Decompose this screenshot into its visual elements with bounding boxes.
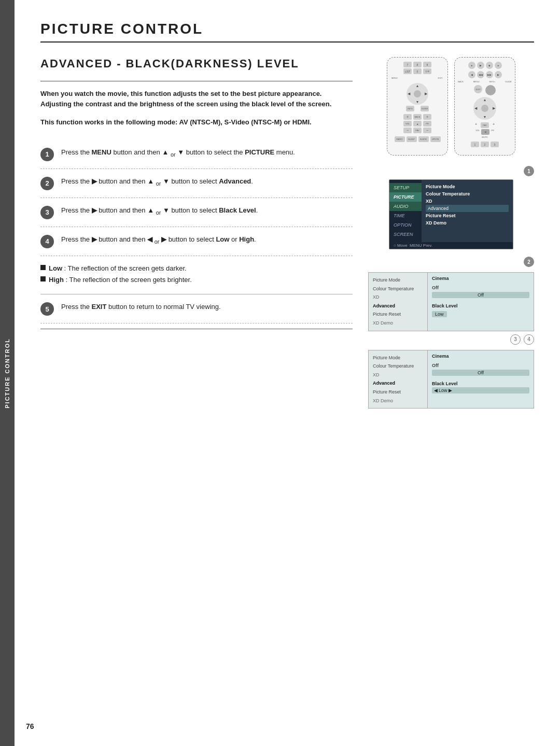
right-column: 7 8 9 LIST 0 Q.M MENU EXIT: [368, 57, 534, 412]
step-text-4: Press the ▶ button and then ◀ or ▶ butto…: [61, 234, 256, 246]
submenu-right-2-cinema-label: Cinema: [432, 276, 529, 281]
submenu-left-2: Picture Mode Colour Temperature XD Advan…: [368, 272, 428, 331]
remote2-btn-3: ■: [486, 62, 493, 69]
step-5: 5 Press the EXIT button to return to nor…: [40, 294, 353, 323]
submenu-right-34-cinema-label: Cinema: [432, 354, 529, 359]
step-circle-2: 2: [524, 257, 534, 267]
submenu-right-2-blacklevel-label: Black Level: [432, 303, 529, 308]
menu-right-picture-mode: Picture Mode: [426, 183, 509, 190]
sidebar-label: PICTURE CONTROL: [4, 338, 10, 409]
remote-btn-0: 0: [413, 68, 422, 74]
remote-btn-9: 9: [423, 62, 431, 67]
remote-btn-vol: VOL: [403, 121, 412, 126]
bullet-square-icon: [40, 265, 46, 270]
bullet-high: High : The reflection of the screen gets…: [40, 275, 353, 286]
remote2-btn-1: ●: [468, 62, 475, 69]
nav-left-arrow: ◀: [434, 388, 438, 393]
step-2: 2 Press the ▶ button and then ▲ or ▼ but…: [40, 169, 353, 198]
remote2-mute-label: MUTE: [482, 136, 487, 138]
menu-screenshot-1: SETUP PICTURE AUDIO TIME OPTION SCREEN P…: [389, 179, 513, 249]
submenu-panel-2: Picture Mode Colour Temperature XD Advan…: [368, 272, 534, 331]
menu-right-xd-demo: XD Demo: [426, 219, 509, 227]
menu-item-audio: AUDIO: [389, 202, 422, 211]
remote2-btn-7: ▶▶: [486, 71, 493, 78]
remote-btn-minus-v: −: [403, 128, 412, 133]
bullet-high-text: High : The reflection of the screen gets…: [49, 275, 192, 286]
remote-btn-sub: SUBTE: [418, 136, 429, 142]
remote-nav-right: ▶: [425, 92, 427, 96]
submenu-right-34-off-label: Off: [432, 363, 529, 368]
menu-left-panel: SETUP PICTURE AUDIO TIME OPTION SCREEN: [389, 180, 422, 242]
remote2-btn-8: ▶: [495, 71, 502, 78]
remote2-vol-label: VOL: [475, 129, 480, 135]
remote-nav-center: [414, 90, 421, 97]
remote2-plus-p: +: [493, 122, 495, 128]
remote-btn-fav: FAV: [413, 128, 422, 133]
remote2-back-label: BACK: [458, 80, 464, 83]
remote2-btn-3num: 3: [491, 142, 499, 147]
submenu-right-34-off-val: Off: [432, 370, 529, 376]
submenu-right-2-low-val: Low: [432, 311, 447, 317]
bullet-square-icon-2: [40, 276, 46, 281]
sidebar: PICTURE CONTROL: [0, 0, 15, 746]
remote2-btn-1num: 1: [471, 142, 479, 147]
page-number: 76: [26, 722, 34, 730]
step-text-5: Press the EXIT button to return to norma…: [61, 302, 221, 312]
menu-item-screen: SCREEN: [389, 230, 422, 239]
intro-normal: This function works in the following mod…: [40, 117, 353, 128]
remote-nav-up: ▲: [416, 84, 419, 88]
step-number-4: 4: [40, 235, 54, 248]
submenu-left-2-xddemo: XD Demo: [373, 319, 423, 328]
remote-nav-down: ▼: [416, 100, 419, 104]
menu-right-advanced: Advanced: [426, 205, 509, 212]
remote-label-exit: EXIT: [436, 75, 444, 81]
remote2-ok-btn: [485, 85, 496, 95]
step-text-1: Press the MENU button and then ▲ or ▼ bu…: [61, 147, 295, 159]
remote-nav-left: ◀: [408, 92, 410, 96]
remote-2: ● ▶ ■ ● ◀ ◀◀ ▶▶ ▶ BACK MENU INFO○: [454, 57, 515, 156]
remote-btn-sleep: SLEEP: [407, 136, 417, 142]
remote2-nav: ▲ ▼ ◀ ▶: [473, 97, 496, 120]
step-4: 4 Press the ▶ button and then ◀ or ▶ but…: [40, 227, 353, 256]
bullet-low: Low : The reflection of the screen gets …: [40, 263, 353, 274]
remote-btn-pr: PR: [423, 121, 431, 126]
remote-nav-ring: ▲ ▼ ◀ ▶: [407, 83, 428, 105]
remote-btn-back: BACK: [413, 114, 422, 120]
steps-list: 1 Press the MENU button and then ▲ or ▼ …: [40, 140, 353, 330]
remote-btn-list: LIST: [403, 68, 412, 74]
menu-item-setup: SETUP: [389, 183, 422, 192]
submenu-left-2-advanced: Advanced: [373, 302, 423, 311]
remote2-btn-2: ▶: [477, 62, 484, 69]
submenu-right-34-low-val: ◀ Low ▶: [432, 387, 529, 393]
page-title: PICTURE CONTROL: [40, 21, 534, 43]
menu-right-panel: Picture Mode Colour Temperature XD Advan…: [422, 180, 513, 242]
step-circle-34-row: 3 4: [368, 334, 534, 345]
submenu-panel-34: Picture Mode Colour Temperature XD Advan…: [368, 350, 534, 409]
remote2-btn-4: ●: [495, 62, 502, 69]
remote2-x-btn: ✕: [481, 129, 489, 135]
remote-btn-7: 7: [403, 62, 412, 67]
remote2-pr-label: PR: [491, 129, 494, 135]
remote-btn-plus-v: +: [403, 114, 412, 120]
step-circle-2-row: 2: [368, 257, 534, 267]
remote2-btn-2num: 2: [481, 142, 489, 147]
submenu-left-34-coltemp: Colour Temperature: [373, 362, 423, 371]
remote2-nav-center: [481, 105, 488, 112]
menu-item-option: OPTION: [389, 220, 422, 230]
remote-btn-info: INFO: [406, 106, 414, 111]
remotes-row: 7 8 9 LIST 0 Q.M MENU EXIT: [368, 57, 534, 156]
step-text-2: Press the ▶ button and then ▲ or ▼ butto…: [61, 176, 253, 188]
remote-btn-guide: GUIDE: [421, 106, 429, 111]
remote2-plus-v: +: [475, 122, 477, 128]
step-circle-3: 3: [510, 334, 521, 345]
remote2-exit-btn: EXIT: [474, 85, 482, 93]
remote-btn-q: Q.M: [423, 68, 431, 74]
submenu-left-2-coltemp: Colour Temperature: [373, 285, 423, 293]
remote-btn-plus-p: +: [423, 114, 431, 120]
submenu-left-2-picmode: Picture Mode: [373, 276, 423, 285]
bullet-low-text: Low : The reflection of the screen gets …: [49, 263, 187, 274]
section-title: ADVANCED - BLACK(DARKNESS) LEVEL: [40, 57, 353, 71]
remote2-guide-label: GUIDE: [505, 80, 512, 83]
remote-label-menu: MENU: [390, 75, 399, 81]
submenu-right-2: Cinema Off Off Black Level Low: [428, 272, 534, 331]
